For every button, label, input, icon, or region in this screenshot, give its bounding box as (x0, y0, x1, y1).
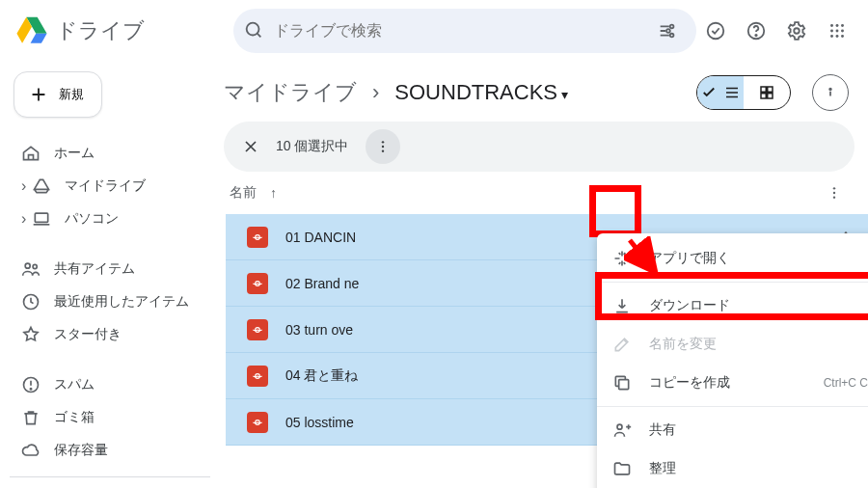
svg-point-3 (670, 34, 674, 38)
grid-icon (758, 84, 775, 101)
sidebar-item-storage[interactable]: 保存容量 (10, 434, 210, 467)
chevron-right-icon: › (372, 80, 379, 105)
svg-point-29 (382, 146, 384, 148)
column-headers: 名前 ↑ (220, 172, 868, 214)
sidebar-item-home[interactable]: ホーム (10, 137, 210, 170)
drive-logo-icon (15, 14, 48, 47)
star-icon (21, 325, 41, 344)
selection-count: 10 個選択中 (276, 138, 348, 155)
selection-bar: 10 個選択中 (224, 122, 854, 172)
details-button[interactable] (812, 74, 849, 111)
sidebar-item-shared[interactable]: 共有アイテム (10, 253, 210, 285)
filter-icon[interactable] (648, 12, 687, 50)
context-menu: アプリで開く▸ ダウンロード 名前を変更 コピーを作成Ctrl+C Ctrl+V… (597, 233, 868, 488)
check-icon (700, 84, 718, 101)
logo[interactable]: ドライブ (8, 14, 220, 47)
view-list-button[interactable] (697, 76, 744, 109)
menu-label: ダウンロード (649, 297, 730, 314)
home-icon (21, 144, 41, 163)
menu-make-copy[interactable]: コピーを作成Ctrl+C Ctrl+V (597, 364, 868, 402)
sidebar-item-label: ホーム (54, 145, 95, 162)
sidebar-item-label: スター付き (54, 326, 122, 343)
svg-point-18 (25, 263, 30, 268)
header: ドライブ (0, 0, 868, 62)
more-vert-icon (827, 185, 842, 201)
svg-point-7 (794, 28, 800, 34)
header-actions (696, 12, 860, 50)
sort-direction-icon[interactable]: ↑ (270, 185, 277, 201)
menu-label: 名前を変更 (649, 336, 717, 353)
breadcrumb-current-label: SOUNDTRACKS (394, 80, 557, 104)
menu-label: 整理 (649, 460, 676, 477)
search-input[interactable] (264, 22, 648, 40)
info-icon (824, 86, 837, 99)
clear-selection-button[interactable] (233, 129, 268, 164)
download-icon (612, 296, 632, 315)
search-bar[interactable] (233, 9, 696, 53)
svg-point-10 (841, 24, 844, 27)
svg-point-55 (617, 424, 622, 429)
svg-rect-25 (761, 94, 766, 98)
ready-offline-icon[interactable] (696, 12, 735, 50)
view-grid-button[interactable] (744, 76, 790, 109)
sidebar-item-label: スパム (54, 376, 95, 393)
breadcrumb-current[interactable]: SOUNDTRACKS▾ (394, 80, 568, 105)
svg-point-19 (33, 264, 37, 268)
svg-point-27 (829, 89, 831, 91)
sidebar-item-starred[interactable]: スター付き (10, 318, 210, 351)
svg-point-28 (382, 141, 384, 143)
spam-icon (21, 375, 41, 394)
sort-name-header[interactable]: 名前 (230, 184, 257, 202)
breadcrumb-root[interactable]: マイドライブ (224, 78, 357, 107)
menu-organize[interactable]: 整理▸ (597, 449, 868, 488)
sidebar-item-label: 最近使用したアイテム (54, 293, 189, 311)
main-content: マイドライブ › SOUNDTRACKS▾ 10 個選択中 名前 ↑ 01 DA… (220, 62, 868, 488)
gear-icon[interactable] (777, 12, 816, 50)
sidebar-item-computers[interactable]: パソコン (10, 203, 210, 235)
audio-file-icon (247, 227, 268, 248)
svg-rect-54 (619, 380, 629, 390)
drive-icon (32, 176, 51, 196)
sidebar-item-mydrive[interactable]: マイドライブ (10, 170, 210, 203)
trash-icon (21, 408, 41, 427)
svg-rect-24 (768, 87, 773, 92)
sidebar-item-trash[interactable]: ゴミ箱 (10, 401, 210, 434)
people-icon (21, 259, 41, 279)
sidebar-item-label: 共有アイテム (54, 260, 135, 278)
apps-icon[interactable] (818, 12, 856, 50)
sidebar-item-recent[interactable]: 最近使用したアイテム (10, 285, 210, 318)
audio-file-icon (247, 366, 268, 387)
svg-point-15 (836, 35, 839, 38)
menu-download[interactable]: ダウンロード (597, 286, 868, 325)
breadcrumb: マイドライブ › SOUNDTRACKS▾ (220, 69, 868, 116)
svg-point-4 (708, 23, 724, 40)
more-vert-icon (375, 139, 391, 154)
plus-icon (28, 84, 49, 105)
svg-point-1 (670, 25, 674, 29)
sidebar-item-spam[interactable]: スパム (10, 368, 210, 401)
new-button[interactable]: 新規 (14, 71, 102, 118)
menu-share[interactable]: 共有▸ (597, 411, 868, 449)
svg-rect-23 (761, 87, 766, 92)
edit-icon (612, 335, 632, 354)
menu-open-with[interactable]: アプリで開く▸ (597, 239, 868, 278)
svg-point-13 (841, 30, 844, 33)
more-actions-button[interactable] (366, 129, 400, 164)
menu-label: コピーを作成 (649, 374, 730, 392)
svg-point-11 (830, 30, 833, 33)
svg-point-31 (833, 187, 835, 189)
svg-point-6 (755, 35, 756, 36)
help-icon[interactable] (737, 12, 775, 50)
svg-point-0 (247, 22, 259, 35)
audio-file-icon (247, 319, 268, 340)
column-menu-button[interactable] (822, 180, 847, 205)
audio-file-icon (247, 273, 268, 294)
sidebar-item-label: 保存容量 (54, 442, 108, 459)
person-add-icon (612, 420, 632, 440)
search-icon (243, 19, 264, 43)
menu-label: アプリで開く (649, 250, 730, 267)
menu-rename: 名前を変更 (597, 325, 868, 364)
menu-shortcut: Ctrl+C Ctrl+V (824, 376, 868, 390)
svg-point-30 (382, 149, 384, 151)
svg-point-2 (666, 29, 670, 33)
